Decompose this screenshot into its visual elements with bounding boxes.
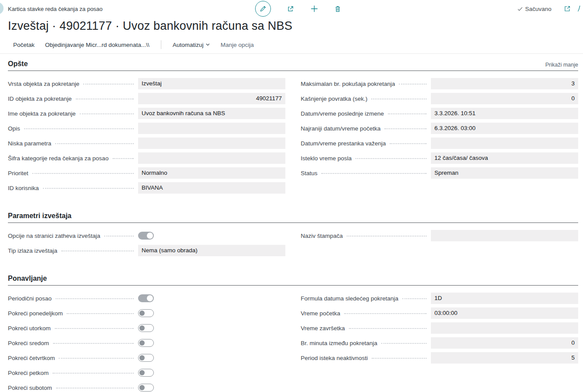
dotted-leader bbox=[321, 173, 427, 174]
fields-column-left: Periodični posaoPokreći ponedeljkomPokre… bbox=[8, 291, 285, 392]
chevron-down-icon bbox=[206, 42, 210, 47]
section-title: Parametri izveštaja bbox=[8, 212, 71, 220]
field-input-opis[interactable] bbox=[138, 123, 285, 134]
dotted-leader bbox=[399, 84, 427, 85]
field-input-id-objekta-za-pokretanje[interactable]: 49021177 bbox=[138, 93, 285, 104]
app-icon-partial bbox=[0, 2, 4, 14]
field-label: Vreme početka bbox=[301, 310, 340, 317]
dotted-leader bbox=[344, 313, 427, 314]
dotted-leader bbox=[372, 358, 427, 359]
section-opste: OpštePrikaži manjeVrsta objekta za pokre… bbox=[0, 60, 583, 195]
field-row-opcije-na-stranici-zatheva-izvestaja: Opcije na stranici zatheva izveštaja bbox=[8, 228, 285, 243]
field-input-datum-vreme-poslednje-izmene[interactable]: 3.3.2026. 10:51 bbox=[431, 108, 578, 119]
menu-item-home[interactable]: Početak bbox=[13, 42, 35, 48]
section-header: Ponavljanje bbox=[8, 275, 578, 286]
field-label: Br. minuta između pokretanja bbox=[301, 340, 377, 346]
dotted-leader bbox=[67, 313, 134, 314]
field-label: Tip izlaza izveštaja bbox=[8, 247, 57, 254]
field-label: Pokreći sredom bbox=[8, 340, 49, 346]
field-input-period-isteka-neaktivnosti[interactable]: 5 bbox=[431, 352, 578, 364]
field-input-status[interactable]: Spreman bbox=[431, 167, 578, 179]
toggle-pokreci-subotom[interactable] bbox=[138, 384, 154, 392]
field-label: Datum/vreme poslednje izmene bbox=[301, 110, 384, 117]
toggle-pokreci-sredom[interactable] bbox=[138, 339, 154, 347]
toggle-pokreci-cetvrtkom[interactable] bbox=[138, 354, 154, 362]
section-body: Vrsta objekta za pokretanjeIzveštajID ob… bbox=[8, 71, 578, 195]
trash-icon bbox=[334, 5, 341, 13]
field-label: Isteklo vreme posla bbox=[301, 155, 352, 162]
menu-item-merge-documents[interactable]: Objedinjavanje Micr...rd dokumenata...\\ bbox=[45, 42, 149, 48]
share-icon bbox=[287, 5, 295, 13]
pin-icon-partial[interactable] bbox=[577, 5, 580, 13]
field-input-vrsta-objekta-za-pokretanje[interactable]: Izveštaj bbox=[138, 78, 285, 89]
toggle-pokreci-utorkom[interactable] bbox=[138, 324, 154, 332]
new-button[interactable] bbox=[310, 5, 318, 13]
field-label: ID objekta za pokretanje bbox=[8, 95, 72, 102]
field-input-prioritet[interactable]: Normalno bbox=[138, 167, 285, 179]
edit-button[interactable] bbox=[255, 1, 271, 17]
field-row-ime-objekta-za-pokretanje: Ime objekta za pokretanjeUvoz bankovnih … bbox=[8, 106, 285, 121]
field-input-sifra-kategorije-reda-cekanja-za-posao[interactable] bbox=[138, 152, 285, 164]
field-input-vreme-pocetka[interactable]: 03:00:00 bbox=[431, 307, 578, 319]
field-input-isteklo-vreme-posla[interactable]: 12 čas/časa/ časova bbox=[431, 152, 578, 164]
field-row-id-objekta-za-pokretanje: ID objekta za pokretanje49021177 bbox=[8, 91, 285, 106]
field-input-id-korisnika[interactable]: BIVANA bbox=[138, 182, 285, 194]
share-button[interactable] bbox=[287, 5, 295, 13]
field-label: Najraniji datum/vreme početka bbox=[301, 125, 380, 132]
field-row-id-korisnika: ID korisnikaBIVANA bbox=[8, 180, 285, 195]
field-label: Status bbox=[301, 170, 317, 177]
field-label: Maksimalan br. pokušaja pokretanja bbox=[301, 81, 395, 87]
delete-button[interactable] bbox=[334, 5, 341, 13]
dotted-leader bbox=[355, 158, 427, 159]
field-row-isteklo-vreme-posla: Isteklo vreme posla12 čas/časa/ časova bbox=[301, 151, 578, 166]
section-body: Periodični posaoPokreći ponedeljkomPokre… bbox=[8, 286, 578, 392]
field-input-maksimalan-br-pokusaja-pokretanja[interactable]: 3 bbox=[431, 78, 578, 89]
field-input-formula-datuma-sledeceg-pokretanja[interactable]: 1D bbox=[431, 293, 578, 304]
menu-separator bbox=[161, 40, 161, 49]
toggle-opcije-na-stranici-zatheva-izvestaja[interactable] bbox=[138, 232, 154, 240]
menu-item-automate[interactable]: Automatizuj bbox=[173, 42, 210, 48]
dotted-leader bbox=[347, 236, 427, 237]
section-body: Opcije na stranici zatheva izveštajaTip … bbox=[8, 223, 578, 258]
field-label: Šifra kategorije reda čekanja za posao bbox=[8, 155, 109, 162]
page-title: Izveštaj · 49021177 · Uvoz bankovnih rač… bbox=[0, 18, 583, 33]
toggle-slot bbox=[138, 294, 285, 302]
toggle-periodicni-posao[interactable] bbox=[138, 294, 154, 302]
field-label: Kašnjenje povratka (sek.) bbox=[301, 95, 367, 102]
menu-item-fewer-options[interactable]: Manje opcija bbox=[220, 42, 254, 48]
field-input-ime-objekta-za-pokretanje[interactable]: Uvoz bankovnih računa sa NBS bbox=[138, 108, 285, 119]
field-label: Ime objekta za pokretanje bbox=[8, 110, 76, 117]
dotted-leader bbox=[32, 173, 134, 174]
field-label: Opcije na stranici zatheva izveštaja bbox=[8, 233, 100, 239]
field-input-br-minuta-izmedju-pokretanja[interactable]: 0 bbox=[431, 337, 578, 349]
field-input-datum-vreme-prestanka-vazenja[interactable] bbox=[431, 138, 578, 149]
field-row-pokreci-sredom: Pokreći sredom bbox=[8, 335, 285, 350]
field-input-niska-parametra[interactable] bbox=[138, 138, 285, 149]
card-sections: OpštePrikaži manjeVrsta objekta za pokre… bbox=[0, 60, 583, 392]
field-row-niska-parametra: Niska parametra bbox=[8, 136, 285, 151]
field-label: Pokreći petkom bbox=[8, 370, 49, 376]
toggle-pokreci-ponedeljkom[interactable] bbox=[138, 309, 154, 317]
pencil-icon bbox=[260, 5, 267, 12]
dotted-leader bbox=[80, 113, 134, 114]
dotted-leader bbox=[113, 158, 134, 159]
menu-item-automate-label: Automatizuj bbox=[173, 42, 204, 48]
field-input-naziv-stampaca[interactable] bbox=[431, 230, 578, 241]
fields-column-left: Opcije na stranici zatheva izveštajaTip … bbox=[8, 228, 285, 258]
field-label: Periodični posao bbox=[8, 295, 52, 302]
field-label: ID korisnika bbox=[8, 185, 39, 191]
dotted-leader bbox=[402, 298, 427, 299]
show-less-link[interactable]: Prikaži manje bbox=[545, 62, 578, 68]
field-label: Pokreći ponedeljkom bbox=[8, 310, 63, 317]
dotted-leader bbox=[55, 143, 134, 144]
field-input-najraniji-datum-vreme-pocetka[interactable]: 6.3.2026. 03:00 bbox=[431, 123, 578, 134]
field-input-kasnjenje-povratka-sek[interactable]: 0 bbox=[431, 93, 578, 104]
field-input-tip-izlaza-izvestaja[interactable]: Nema (samo obrada) bbox=[138, 245, 285, 256]
toggle-pokreci-petkom[interactable] bbox=[138, 369, 154, 377]
field-label: Pokreći subotom bbox=[8, 385, 52, 391]
dotted-leader bbox=[104, 236, 134, 237]
dotted-leader bbox=[388, 113, 427, 114]
check-icon bbox=[517, 6, 523, 12]
field-input-vreme-zavrsetka[interactable] bbox=[431, 322, 578, 334]
open-in-new-window-button[interactable] bbox=[564, 5, 571, 12]
